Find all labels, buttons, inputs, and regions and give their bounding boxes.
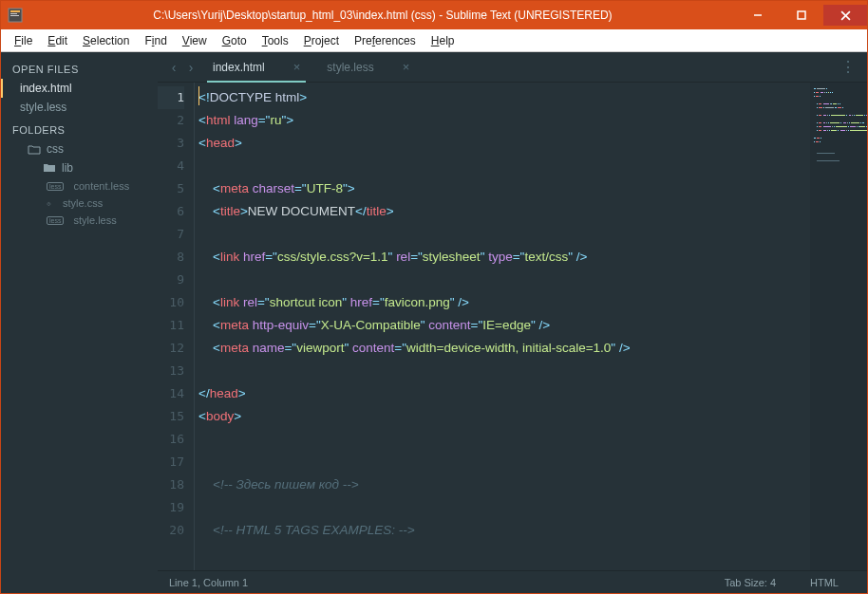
line-number: 4 — [158, 155, 184, 177]
code-line: <link href="css/style.css?v=1.1" rel="st… — [198, 246, 810, 269]
code-line — [198, 360, 810, 382]
status-syntax[interactable]: HTML — [793, 577, 856, 588]
minimap-segment — [819, 130, 821, 131]
menu-edit[interactable]: Edit — [40, 32, 75, 49]
minimap-segment — [823, 115, 826, 116]
menu-goto[interactable]: Goto — [215, 32, 255, 49]
tab-overflow-icon[interactable]: ⋮ — [840, 58, 856, 76]
minimap-segment — [823, 130, 826, 131]
line-number: 11 — [158, 314, 184, 337]
sidebar: OPEN FILES index.htmlstyle.less FOLDERS … — [1, 52, 158, 593]
line-number: 19 — [158, 496, 184, 519]
minimap-segment — [817, 122, 818, 123]
minimap-segment — [819, 115, 821, 116]
code-line: <link rel="shortcut icon" href="favicon.… — [198, 291, 810, 314]
menu-preferences[interactable]: Preferences — [347, 32, 424, 49]
close-button[interactable] — [823, 5, 867, 26]
minimap-segment — [819, 103, 821, 104]
menu-selection[interactable]: Selection — [75, 32, 137, 49]
code-line: <!-- Здесь пишем код --> — [198, 473, 810, 496]
line-number: 12 — [158, 337, 184, 360]
minimap-segment — [829, 130, 830, 131]
minimap-segment — [832, 126, 833, 127]
folder-open-icon — [28, 143, 41, 155]
titlebar: C:\Users\Yurij\Desktop\startup_html_03\i… — [1, 1, 867, 29]
svg-rect-3 — [10, 15, 19, 16]
minimap-segment — [820, 96, 821, 97]
tab-style-less[interactable]: style.less× — [313, 52, 423, 83]
minimap-segment — [859, 126, 865, 127]
minimap-segment — [827, 115, 828, 116]
maximize-button[interactable] — [780, 5, 823, 26]
minimap-segment — [862, 122, 864, 123]
minimap-segment — [834, 126, 835, 127]
status-position[interactable]: Line 1, Column 1 — [169, 577, 248, 588]
minimap-segment — [831, 103, 832, 104]
tab-prev-icon[interactable]: ‹ — [165, 60, 182, 75]
minimap-segment — [817, 160, 840, 161]
minimap-segment — [836, 126, 847, 127]
minimap-segment — [831, 130, 837, 131]
line-number: 18 — [158, 473, 184, 496]
minimap-segment — [847, 122, 848, 123]
code-line: <html lang="ru"> — [198, 109, 810, 132]
editor[interactable]: 1234567891011121314151617181920 <!DOCTYP… — [158, 83, 867, 570]
file-item[interactable]: lessstyle.less — [1, 212, 158, 229]
open-file-item[interactable]: index.html — [1, 79, 158, 98]
line-number: 3 — [158, 132, 184, 155]
minimize-button[interactable] — [736, 5, 780, 26]
minimap-segment — [827, 130, 828, 131]
file-item[interactable]: ⟐style.css — [1, 195, 158, 212]
minimap-segment — [826, 92, 827, 93]
minimap-segment — [820, 141, 821, 142]
minimap-segment — [856, 115, 863, 116]
folder-root-label: css — [47, 142, 64, 156]
less-badge-icon: less — [47, 216, 64, 225]
menu-view[interactable]: View — [175, 32, 215, 49]
code-line: <title>NEW DOCUMENT</title> — [198, 200, 810, 223]
minimap[interactable] — [810, 83, 867, 570]
tab-index-html[interactable]: index.html× — [199, 52, 313, 83]
open-file-item[interactable]: style.less — [1, 98, 158, 117]
minimap-segment — [821, 92, 823, 93]
menu-help[interactable]: Help — [424, 32, 462, 49]
minimap-segment — [817, 138, 820, 139]
minimap-segment — [848, 126, 849, 127]
file-item[interactable]: lesscontent.less — [1, 177, 158, 195]
menu-tools[interactable]: Tools — [255, 32, 296, 49]
minimap-segment — [814, 141, 815, 142]
menubar: FileEditSelectionFindViewGotoToolsProjec… — [1, 29, 867, 52]
code-line: <meta http-equiv="X-UA-Compatible" conte… — [198, 314, 810, 337]
folder-item[interactable]: lib — [1, 158, 158, 177]
minimap-segment — [814, 92, 815, 93]
minimap-segment — [835, 107, 837, 108]
minimap-segment — [823, 126, 831, 127]
minimap-segment — [814, 88, 816, 89]
minimap-segment — [840, 103, 840, 104]
line-number: 20 — [158, 519, 184, 542]
line-number: 8 — [158, 246, 184, 269]
svg-rect-1 — [10, 10, 20, 12]
tab-close-icon[interactable]: × — [403, 60, 410, 74]
minimap-segment — [842, 107, 843, 108]
caret — [198, 86, 199, 105]
minimap-segment — [826, 122, 827, 123]
tab-next-icon[interactable]: › — [182, 60, 199, 75]
minimap-segment — [819, 126, 821, 127]
svg-rect-5 — [798, 11, 805, 19]
minimap-segment — [816, 92, 819, 93]
code-area[interactable]: <!DOCTYPE html><html lang="ru"><head> <m… — [194, 83, 810, 570]
line-number: 1 — [158, 86, 184, 109]
menu-file[interactable]: File — [7, 32, 40, 49]
menu-project[interactable]: Project — [296, 32, 347, 49]
status-tabsize[interactable]: Tab Size: 4 — [708, 577, 793, 588]
tab-label: index.html — [213, 61, 265, 74]
folder-root[interactable]: css — [1, 139, 158, 158]
minimap-segment — [864, 115, 865, 116]
minimap-segment — [829, 115, 830, 116]
tab-close-icon[interactable]: × — [293, 60, 301, 74]
minimap-segment — [817, 126, 818, 127]
minimap-segment — [817, 103, 818, 104]
minimap-segment — [854, 115, 855, 116]
menu-find[interactable]: Find — [137, 32, 174, 49]
